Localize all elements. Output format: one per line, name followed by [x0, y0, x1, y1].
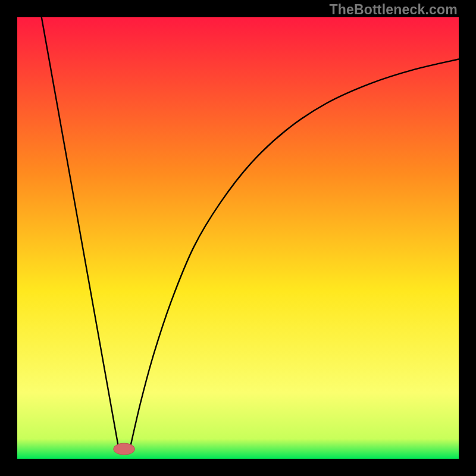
chart-frame	[17, 17, 459, 459]
watermark-text: TheBottleneck.com	[329, 2, 458, 18]
optimum-marker	[114, 443, 135, 455]
gradient-background	[17, 17, 459, 459]
bottleneck-chart	[17, 17, 459, 459]
